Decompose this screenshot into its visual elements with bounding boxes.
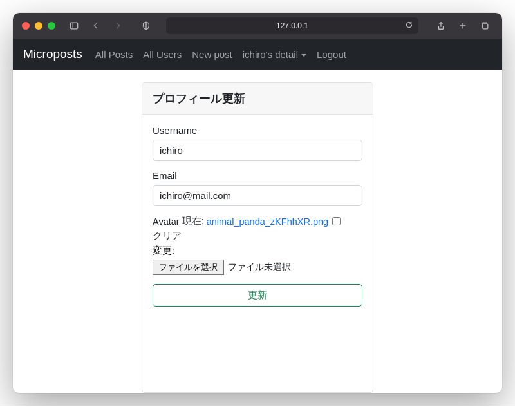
avatar-clear-checkbox[interactable] <box>332 217 341 225</box>
submit-button[interactable]: 更新 <box>153 284 362 307</box>
nav-logout[interactable]: Logout <box>317 49 346 60</box>
file-status-text: ファイル未選択 <box>228 262 291 273</box>
card-title: プロフィール更新 <box>142 83 373 115</box>
back-button[interactable] <box>88 18 104 33</box>
profile-update-card: プロフィール更新 Username Email Avatar現在: animal… <box>142 82 373 393</box>
avatar-clear-label: クリア <box>153 230 182 242</box>
nav-user-detail-dropdown[interactable]: ichiro's detail <box>243 49 306 60</box>
nav-all-users[interactable]: All Users <box>143 49 182 60</box>
privacy-shield-icon[interactable] <box>138 18 154 33</box>
tabs-overview-icon[interactable] <box>476 18 493 33</box>
nav-all-posts[interactable]: All Posts <box>95 49 133 60</box>
share-icon[interactable] <box>433 18 449 33</box>
close-window-button[interactable] <box>22 22 30 30</box>
address-bar[interactable]: 127.0.0.1 <box>166 17 418 34</box>
sidebar-toggle-icon[interactable] <box>66 18 82 33</box>
new-tab-icon[interactable] <box>454 18 471 33</box>
nav-new-post[interactable]: New post <box>192 49 232 60</box>
svg-rect-0 <box>70 23 77 29</box>
file-choose-button[interactable]: ファイルを選択 <box>153 260 224 275</box>
minimize-window-button[interactable] <box>35 22 42 30</box>
username-input[interactable] <box>153 140 362 161</box>
reload-icon[interactable] <box>405 21 413 31</box>
username-label: Username <box>153 125 362 136</box>
traffic-lights <box>22 22 55 30</box>
email-label: Email <box>153 170 362 181</box>
email-input[interactable] <box>153 185 362 206</box>
brand[interactable]: Microposts <box>23 47 82 61</box>
browser-window: 127.0.0.1 Microposts All Posts All Users… <box>13 13 502 393</box>
address-text: 127.0.0.1 <box>276 21 308 30</box>
page-content: プロフィール更新 Username Email Avatar現在: animal… <box>13 70 502 393</box>
avatar-current-row: Avatar現在: animal_panda_zKFhhXR.png クリア <box>153 215 362 242</box>
maximize-window-button[interactable] <box>48 22 55 30</box>
forward-button[interactable] <box>109 18 126 33</box>
avatar-filename-link[interactable]: animal_panda_zKFhhXR.png <box>207 216 328 227</box>
browser-titlebar: 127.0.0.1 <box>13 13 502 39</box>
app-navbar: Microposts All Posts All Users New post … <box>13 39 502 70</box>
svg-rect-5 <box>483 24 488 29</box>
file-input-row: ファイルを選択 ファイル未選択 <box>153 260 362 275</box>
avatar-current-label: 現在: <box>182 215 204 227</box>
avatar-change-label: 変更: <box>153 245 362 257</box>
avatar-label: Avatar <box>153 216 180 227</box>
